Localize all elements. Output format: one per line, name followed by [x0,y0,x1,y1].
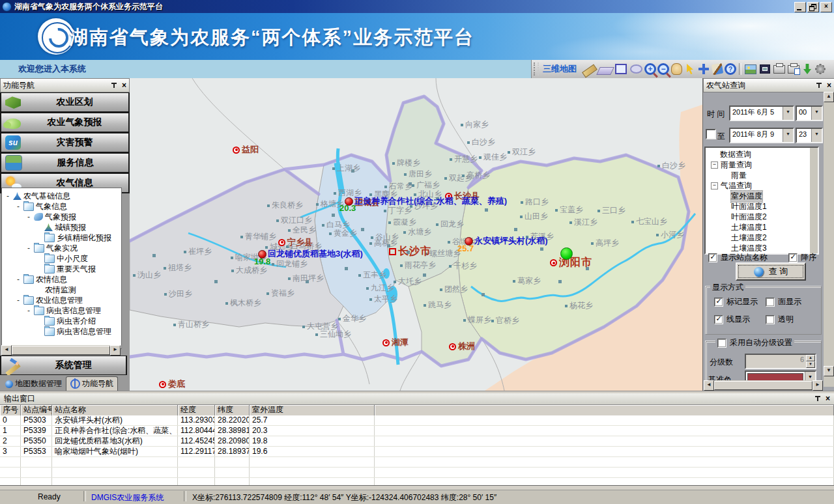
panel-hscrollbar[interactable]: ◄ ► [704,380,823,389]
scroll-thumb[interactable] [714,381,812,390]
query-tree-item[interactable]: 室外温度 [706,191,818,201]
close-icon[interactable]: × [826,395,830,402]
minimize-button[interactable] [794,2,806,12]
pin-icon[interactable] [816,82,822,89]
tree-toggle-icon[interactable]: − [711,161,718,169]
pan-icon[interactable] [671,63,682,75]
tree-item[interactable]: 农情监测 [2,285,121,295]
tree-toggle[interactable]: - [15,296,22,305]
accordion-disaster-warning[interactable]: 灾害预警 [0,133,130,153]
spin-down-icon[interactable]: ▼ [806,361,815,368]
tree-item[interactable]: -农业信息管理 [2,295,121,305]
column-header[interactable]: 站点编号 [21,405,52,415]
display-option-checkbox[interactable] [766,298,775,307]
start-hour-combo[interactable]: 00 ▼ [796,105,823,121]
tree-item[interactable]: 病虫害介绍 [2,316,121,326]
chevron-down-icon[interactable]: ▼ [783,129,793,142]
tree-item[interactable]: 中小尺度 [2,253,121,264]
column-header[interactable]: 序号 [0,405,21,415]
panel-vscrollbar[interactable]: ▲ ▼ [824,92,834,387]
tab-地图数据管理[interactable]: 地图数据管理 [1,377,66,391]
tree-toggle[interactable]: - [25,212,32,221]
query-tree-item[interactable]: −雨量查询 [706,160,818,170]
city-label[interactable]: 长沙市 [389,245,431,259]
city-label[interactable]: 株洲 [449,341,475,352]
chevron-down-icon[interactable]: ▼ [811,107,822,120]
tree-item[interactable]: 城镇预报 [2,222,121,232]
city-label[interactable]: 娄底 [159,378,185,390]
accordion-agri-weather-forecast[interactable]: 农业气象预报 [0,113,130,133]
city-label[interactable]: 益阳 [233,144,259,156]
scroll-up-icon[interactable]: ▲ [824,92,834,102]
identify-icon[interactable] [725,63,736,75]
eraser-icon[interactable] [596,67,614,75]
tree-toggle-icon[interactable]: − [711,182,718,189]
ellipse-icon[interactable] [630,64,642,74]
query-tree-item[interactable]: −气温查询 [706,180,818,191]
query-button[interactable]: 查 询 [736,262,806,281]
pin-icon[interactable] [814,395,821,402]
chevron-down-icon[interactable]: ▼ [783,107,793,120]
desc-checkbox[interactable]: ✓ [788,253,798,262]
query-tree-vscrollbar[interactable] [810,148,818,253]
city-label[interactable]: 湘潭 [382,337,409,348]
end-date-combo[interactable]: 2011年 8月 9 ▼ [729,128,794,143]
accordion-service-info[interactable]: 服务信息 [0,153,130,173]
tree-item[interactable]: -农情信息 [2,274,121,285]
column-header[interactable]: 经度 [178,405,215,415]
measure-icon[interactable] [582,64,597,78]
column-header[interactable]: 纬度 [215,405,250,415]
close-icon[interactable]: × [122,82,126,89]
table-row[interactable]: 0P5303永安镇坪头村(水稻)113.29303328.22020125.7 [0,415,834,426]
table-row[interactable]: 2P5350回龙铺优质稻基地3(水稻)112.4524528.20980219.… [0,436,834,447]
scroll-left-icon[interactable]: ◄ [1,345,12,356]
query-tree-item[interactable]: 雨量 [706,170,818,180]
query-tree-item[interactable]: 叶面温度2 [706,212,818,222]
station-label[interactable]: 正良种养合作社(综合:水稻、蔬菜、养殖) [345,195,507,207]
tree-item[interactable]: -气象实况 [2,243,121,253]
tree-item[interactable]: -气象信息 [2,201,121,212]
spin-up-icon[interactable]: ▲ [806,355,815,361]
tree-toggle[interactable]: - [5,191,11,201]
display-option-checkbox[interactable] [766,315,775,324]
query-tree-item[interactable]: 数据查询 [706,149,818,160]
table-row[interactable]: 3P5353喻家坳烟叶气象站(烟叶)112.29117428.18937819.… [0,447,834,457]
zoom-out-icon[interactable] [657,63,669,75]
image-export-icon[interactable] [745,64,756,74]
status-app-link[interactable]: DMGIS农业服务系统 [91,492,164,503]
tree-item[interactable]: -气象预报 [2,212,121,222]
start-date-combo[interactable]: 2011年 6月 5 ▼ [729,105,794,121]
brush-icon[interactable] [712,63,724,76]
column-header[interactable]: 站点名称 [52,405,178,415]
tree-item[interactable]: 重要天气报 [2,264,121,274]
query-tree-item[interactable]: 叶面温度1 [706,201,818,212]
table-row[interactable]: 1P5339正良种养合作社(综合:水稻、蔬菜、养殖)112.80444128.3… [0,426,834,436]
print-icon[interactable] [773,65,785,74]
display-option-checkbox[interactable]: ✓ [714,298,723,307]
restore-button[interactable] [807,2,819,12]
close-icon[interactable]: × [827,82,831,89]
column-header[interactable]: 室外温度 [250,405,375,415]
tree-toggle[interactable]: - [15,202,22,211]
tree-toggle[interactable]: - [15,275,22,284]
tree-toggle[interactable]: - [25,244,32,253]
grade-count-spinner[interactable]: 6 ▲▼ [745,354,816,369]
map-view[interactable]: 向家乡白沙乡开慧乡观佳乡双江乡牌楼乡唐田乡石常乡广福乡黑麋乡北山乡双起乡高桥乡上… [130,78,702,391]
city-label[interactable]: 浏阳市 [550,256,592,270]
tree-item[interactable]: 乡镇精细化预报 [2,232,121,243]
3d-map-button[interactable]: 三维地图 [543,63,577,75]
tab-功能导航[interactable]: 功能导航 [66,376,118,391]
city-label[interactable]: 宁乡县 [278,236,313,248]
close-button[interactable]: × [820,2,832,12]
pin-icon[interactable] [111,82,117,89]
end-hour-combo[interactable]: 23 ▼ [796,128,823,143]
tree-hscrollbar[interactable]: ◄ ► [1,345,121,354]
rectangle-icon[interactable] [615,64,627,74]
tree-item[interactable]: -农气基础信息 [2,191,121,201]
accordion-agri-zoning[interactable]: 农业区划 [0,92,130,113]
display-option-checkbox[interactable]: ✓ [714,315,723,324]
zoom-in-icon[interactable] [644,63,656,75]
scroll-thumb[interactable] [12,346,110,355]
scroll-right-icon[interactable]: ► [110,345,121,356]
overview-icon[interactable] [760,64,770,74]
